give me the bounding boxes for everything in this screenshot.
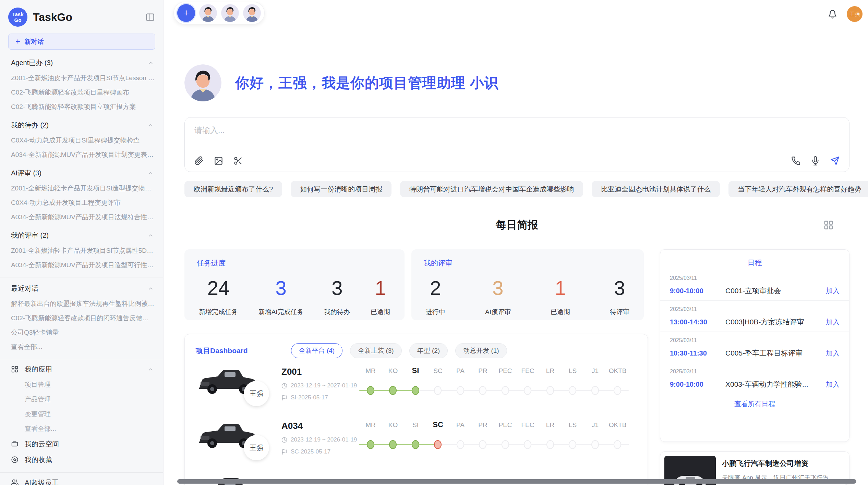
sidebar-item[interactable]: A034-全新新能源MUV产品开发项目法规符合性评审 (0, 210, 163, 224)
milestone-dot[interactable] (524, 386, 531, 395)
recent-chat-item[interactable]: 公司Q3轻卡销量 (0, 325, 163, 340)
milestone-dot[interactable] (524, 440, 531, 449)
recent-chats-header[interactable]: 最近对话 (0, 280, 163, 297)
sidebar-section-header[interactable]: AI评审 (3) (0, 165, 163, 181)
schedule-item[interactable]: 2025/03/1110:30-11:30C005-整车工程目标评审加入 (660, 332, 849, 363)
milestone-dot[interactable] (412, 386, 419, 395)
chevron-up-icon (148, 122, 154, 128)
app-sub-item[interactable]: 产品管理 (0, 392, 163, 407)
schedule-name: C001-立项审批会 (725, 286, 821, 296)
microphone-icon[interactable] (811, 156, 820, 165)
sidebar-item-entry[interactable]: 我的云空间 (0, 436, 163, 452)
milestone-dot[interactable] (389, 440, 397, 449)
join-link[interactable]: 加入 (826, 349, 840, 358)
app-sub-item[interactable]: 查看全部... (0, 421, 163, 436)
session-avatar[interactable] (199, 4, 217, 22)
milestone-dot[interactable] (457, 386, 464, 395)
sidebar-item[interactable]: C0X4-动力总成开发项目工程变更评审 (0, 196, 163, 210)
milestone-dot[interactable] (479, 440, 486, 449)
session-avatar[interactable] (221, 4, 239, 22)
sidebar-item[interactable]: A034-全新新能源MUV产品开发项目造型可行性评审 (0, 258, 163, 272)
milestone-dot[interactable] (434, 440, 442, 449)
view-all-schedule-link[interactable]: 查看所有日程 (660, 394, 849, 409)
milestone-dot[interactable] (479, 386, 486, 395)
milestone-dot[interactable] (569, 386, 576, 395)
dashboard-tab[interactable]: 年型 (2) (409, 343, 448, 358)
schedule-name: C005-整车工程目标评审 (725, 348, 821, 358)
milestone-dot[interactable] (457, 440, 464, 449)
join-link[interactable]: 加入 (826, 318, 840, 327)
milestone-dot[interactable] (389, 386, 397, 395)
milestone-dot[interactable] (591, 440, 599, 449)
milestone-dot[interactable] (614, 386, 621, 395)
briefing-card-title: 我的评审 (424, 258, 631, 268)
milestone-dot[interactable] (367, 386, 374, 395)
milestone-dot[interactable] (546, 440, 554, 449)
stat-value: 24 (199, 278, 238, 298)
sidebar-item[interactable]: Z001-全新燃油皮卡产品开发项目SI节点Lesson Learn报告 (0, 71, 163, 85)
milestone-dot[interactable] (502, 440, 509, 449)
schedule-item[interactable]: 2025/03/119:00-10:00X003-车辆动力学性能验...加入 (660, 363, 849, 394)
layout-grid-icon[interactable] (823, 220, 834, 230)
phone-call-icon[interactable] (791, 156, 800, 165)
sidebar-item-my-apps[interactable]: 我的应用 (0, 361, 163, 377)
milestone-dot[interactable] (502, 386, 509, 395)
milestone-dot[interactable] (569, 440, 576, 449)
sidebar-section-header[interactable]: Agent已办 (3) (0, 54, 163, 71)
milestone-dot[interactable] (614, 440, 621, 449)
app-title: TaskGo (33, 11, 145, 24)
sidebar-item[interactable]: Z001-全新燃油轻卡产品开发项目SI节点属性5D文件评审 (0, 244, 163, 258)
schedule-item[interactable]: 2025/03/1113:00-14:30C003|H0B-方案冻结评审加入 (660, 300, 849, 332)
milestone-dot[interactable] (367, 440, 374, 449)
notification-bell-icon[interactable] (828, 10, 837, 19)
suggestion-chip[interactable]: 如何写一份清晰的项目周报 (291, 181, 391, 197)
app-sub-item[interactable]: 项目管理 (0, 377, 163, 392)
sidebar-item[interactable]: A034-全新新能源MUV产品开发项目计划变更表编写 (0, 148, 163, 162)
image-upload-icon[interactable] (214, 156, 223, 165)
sidebar-section-header[interactable]: 我的待办 (2) (0, 117, 163, 133)
dashboard-tab[interactable]: 动总开发 (1) (455, 343, 507, 358)
project-row[interactable]: 王强Z0012023-12-19 ~ 2027-01-19SI-2025-05-… (185, 362, 648, 416)
stat-value: 3 (258, 278, 304, 298)
dashboard-tab[interactable]: 全新上装 (3) (350, 343, 402, 358)
session-avatar[interactable] (243, 4, 261, 22)
sidebar-item[interactable]: Z001-全新燃油轻卡产品开发项目SI造型提交物评审 (0, 181, 163, 196)
section-label: 我的待办 (2) (11, 121, 49, 130)
scissors-icon[interactable] (233, 156, 243, 165)
attachment-icon[interactable] (194, 156, 204, 165)
suggestion-chip[interactable]: 特朗普可能对进口汽车增税会对中国车企造成哪些影响 (400, 181, 583, 197)
recent-chat-item[interactable]: 解释最新出台的欧盟报废车法规再生塑料比例被调至15%... (0, 297, 163, 311)
suggestion-chip[interactable]: 比亚迪全固态电池计划具体说了什么 (592, 181, 720, 197)
sidebar-item[interactable]: C02-飞腾新能源轻客改款项目里程碑画布 (0, 85, 163, 100)
stat-label: 待评审 (610, 308, 629, 316)
send-icon[interactable] (830, 156, 840, 165)
join-link[interactable]: 加入 (826, 380, 840, 389)
chat-input[interactable] (194, 125, 743, 144)
milestone-dot[interactable] (546, 386, 554, 395)
project-row[interactable]: 王强A0342023-12-19 ~ 2026-01-19SC-2025-05-… (185, 416, 648, 470)
news-title: 小鹏飞行汽车制造公司增资 (722, 459, 834, 468)
dashboard-tab[interactable]: 全新平台 (4) (291, 343, 343, 358)
sidebar-item[interactable]: C02-飞腾新能源轻客改款项目立项汇报方案 (0, 100, 163, 114)
milestone-dot[interactable] (434, 386, 442, 395)
recent-chat-item[interactable]: C02-飞腾新能源轻客改款项目的闭环通告反馈情况 (0, 311, 163, 325)
sidebar-item-entry[interactable]: 我的收藏 (0, 452, 163, 468)
sidebar-item-tool[interactable]: AI超级员工 (0, 475, 163, 485)
milestone-dot[interactable] (591, 386, 599, 395)
suggestion-chip[interactable]: 当下年轻人对汽车外观有怎样的喜好趋势 (728, 181, 868, 197)
join-link[interactable]: 加入 (826, 286, 840, 296)
recent-chat-item[interactable]: 查看全部... (0, 340, 163, 354)
schedule-item[interactable]: 2025/03/119:00-10:00C001-立项审批会加入 (660, 270, 849, 300)
new-session-button[interactable]: + (177, 4, 195, 22)
horizontal-scrollbar[interactable] (177, 479, 856, 484)
suggestion-chip[interactable]: 欧洲新规最近颁布了什么? (184, 181, 282, 197)
stat-label: 进行中 (426, 308, 445, 316)
app-sub-item[interactable]: 变更管理 (0, 407, 163, 421)
sidebar-collapse-icon[interactable] (145, 12, 155, 22)
new-chat-button[interactable]: + 新对话 (8, 34, 155, 50)
sidebar-item[interactable]: C0X4-动力总成开发项目SI里程碑提交物检查 (0, 133, 163, 148)
user-avatar[interactable]: 王强 (847, 6, 863, 22)
milestone-label: OKTB (606, 367, 629, 375)
milestone-dot[interactable] (412, 440, 419, 449)
sidebar-section-header[interactable]: 我的评审 (2) (0, 227, 163, 244)
